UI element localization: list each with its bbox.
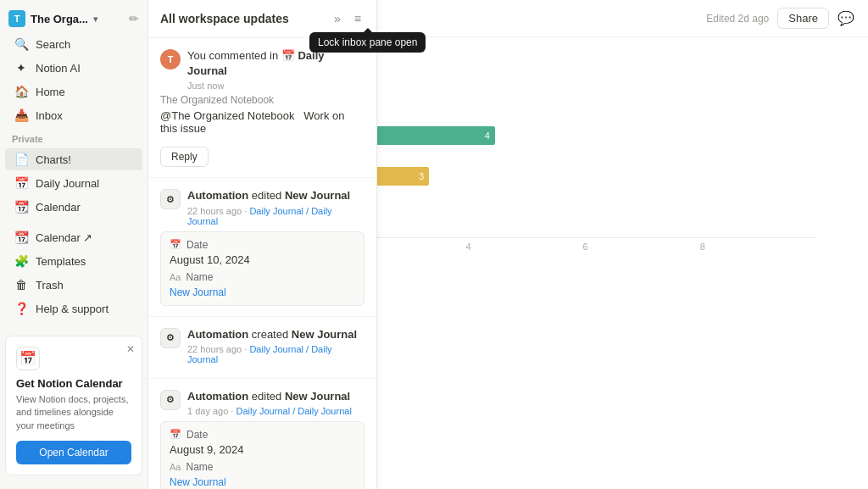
sidebar-item-label: Search [36,38,70,51]
date-icon: 📅 [170,239,181,250]
activity-item: ⚙ Automation edited New Journal 22 hours… [148,178,376,316]
activity-card: 📅 Date August 10, 2024 Aa Name New Journ… [160,231,364,306]
private-section-label: Private [0,127,147,147]
sidebar-item-label: Inbox [36,109,63,122]
card-field-label: Date [186,429,208,441]
search-icon: 🔍 [14,37,29,51]
card-field-value: August 9, 2024 [170,443,355,456]
sidebar-item-calendar[interactable]: 📆 Calendar [5,196,142,218]
automation-avatar: ⚙ [160,328,181,348]
card-field: Aa Name [170,461,355,473]
sidebar-item-search[interactable]: 🔍 Search [5,33,142,55]
activity-item: T You commented in 📅 Daily Journal Just … [148,38,376,178]
workspace-icon: T [8,10,25,27]
sidebar-header: T The Orga... ▾ ✏ [0,7,147,31]
activity-main: Automation edited New Journal 22 hours a… [187,188,364,225]
sidebar-item-label: Charts! [36,153,71,166]
notion-calendar-card: ✕ 📅 Get Notion Calendar View Notion docs… [5,336,142,475]
sidebar-bottom: ✕ 📅 Get Notion Calendar View Notion docs… [0,329,147,482]
sidebar-item-daily-journal[interactable]: 📅 Daily Journal [5,172,142,194]
comment-text: @The Organized Notebook Work on this iss… [160,109,364,135]
activity-item: ⚙ Automation edited New Journal 1 day ag… [148,379,376,489]
sidebar-item-label: Help & support [36,303,108,315]
activity-path: Daily Journal / Daily Journal [187,206,332,226]
close-calendar-card-button[interactable]: ✕ [126,343,135,355]
sidebar-item-label: Notion AI [36,62,81,75]
lock-inbox-tooltip: Lock inbox pane open [309,32,426,53]
open-calendar-button[interactable]: Open Calendar [16,441,131,464]
calendar-card-desc: View Notion docs, projects, and timeline… [16,393,131,432]
sidebar-item-inbox[interactable]: 📥 Inbox [5,104,142,126]
bar-value: 3 [419,171,424,181]
activity-text: Automation edited New Journal [187,389,364,404]
card-field-label: Name [186,461,213,473]
sidebar-item-templates[interactable]: 🧩 Templates [5,250,142,272]
sidebar-item-label: Daily Journal [36,177,99,190]
sidebar-item-help[interactable]: ❓ Help & support [5,297,142,320]
workspace-name[interactable]: T The Orga... ▾ [8,10,97,27]
comment-context: The Organized Notebook [160,94,364,106]
sidebar-item-trash[interactable]: 🗑 Trash [5,274,142,296]
sidebar-item-label: Calendar [36,201,81,214]
activity-header: ⚙ Automation created New Journal 22 hour… [160,327,364,364]
edited-status: Edited 2d ago [706,13,769,25]
inbox-panel: All workspace updates » ≡ Lock inbox pan… [148,0,377,489]
sidebar-item-charts[interactable]: 📄 Charts! [5,148,142,170]
workspace-title: The Orga... [31,13,88,25]
sidebar-item-label: Trash [36,279,64,292]
automation-avatar: ⚙ [160,189,181,209]
x-label: 4 [465,242,582,252]
activity-path: Daily Journal / Daily Journal [236,406,352,416]
notion-ai-icon: ✦ [14,61,29,75]
activity-path: Daily Journal / Daily Journal [187,344,332,364]
name-icon: Aa [170,462,181,472]
journal-link[interactable]: New Journal [170,286,355,298]
inbox-title: All workspace updates [160,12,289,25]
avatar: T [160,49,181,69]
doc-link[interactable]: Daily Journal [187,49,325,77]
inbox-expand-button[interactable]: » [331,10,344,27]
card-field-value: August 10, 2024 [170,253,355,266]
sidebar-item-calendar-link[interactable]: 📆 Calendar ↗ [5,226,142,248]
activity-text: You commented in 📅 Daily Journal [187,48,364,79]
card-field-label: Date [186,239,208,251]
activity-meta: 1 day ago · Daily Journal / Daily Journa… [187,406,364,416]
activity-header: ⚙ Automation edited New Journal 1 day ag… [160,389,364,416]
reply-button[interactable]: Reply [160,147,209,167]
inbox-filter-button[interactable]: ≡ [351,10,364,27]
automation-avatar: ⚙ [160,390,181,410]
card-field-label: Name [186,271,213,283]
calendar2-icon: 📆 [14,200,29,214]
sidebar-item-label: Home [36,86,65,98]
sidebar-item-home[interactable]: 🏠 Home [5,81,142,103]
activity-meta: 22 hours ago · Daily Journal / Daily Jou… [187,206,364,226]
x-label: 6 [583,242,700,252]
activity-main: You commented in 📅 Daily Journal Just no… [187,48,364,91]
comment-icon[interactable]: 💬 [837,10,854,26]
calendar-link-icon: 📆 [14,231,29,244]
activity-main: Automation edited New Journal 1 day ago … [187,389,364,416]
top-bar-right: Edited 2d ago Share 💬 [706,8,854,29]
calendar-card-icon: 📅 [16,347,40,370]
activity-header: T You commented in 📅 Daily Journal Just … [160,48,364,91]
x-label: 8 [700,242,817,252]
edit-icon[interactable]: ✏ [129,12,139,25]
card-field: 📅 Date [170,429,355,441]
activity-card: 📅 Date August 9, 2024 Aa Name New Journa… [160,421,364,489]
templates-icon: 🧩 [14,254,29,268]
page-icon: 📄 [14,153,29,166]
name-icon: Aa [170,272,181,282]
activity-item: ⚙ Automation created New Journal 22 hour… [148,317,376,379]
chevron-down-icon: ▾ [93,14,97,24]
card-field: Aa Name [170,271,355,283]
home-icon: 🏠 [14,85,29,98]
card-field: 📅 Date [170,239,355,251]
sidebar-item-label: Calendar ↗ [36,231,92,244]
sidebar: T The Orga... ▾ ✏ 🔍 Search ✦ Notion AI 🏠… [0,0,148,489]
inbox-icon: 📥 [14,108,29,122]
journal-link[interactable]: New Journal [170,476,355,488]
main-area: Edited 2d ago Share 💬 s! 9 4 y [148,0,868,489]
sidebar-item-notion-ai[interactable]: ✦ Notion AI [5,57,142,79]
activity-time: Just now [187,81,364,91]
share-button[interactable]: Share [777,8,829,29]
